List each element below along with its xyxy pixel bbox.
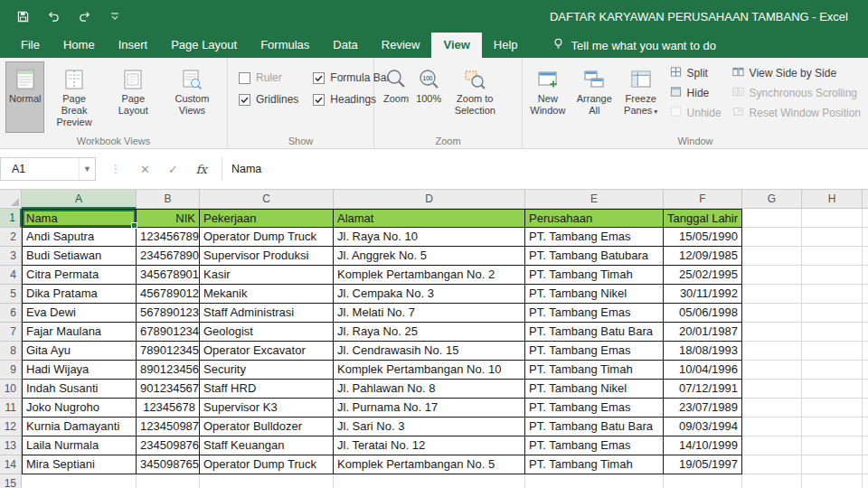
gridlines-checkbox[interactable]: Gridlines	[239, 93, 298, 106]
tab-data[interactable]: Data	[321, 33, 369, 58]
cell-D7[interactable]: Jl. Raya No. 25	[334, 323, 525, 342]
cell-G7[interactable]	[742, 323, 802, 342]
cell-A9[interactable]: Hadi Wijaya	[22, 361, 137, 380]
cell-H10[interactable]	[802, 380, 863, 399]
cell-D4[interactable]: Komplek Pertambangan No. 2	[334, 266, 525, 285]
cell-X8[interactable]	[863, 342, 868, 361]
cell-A13[interactable]: Laila Nurmala	[22, 436, 137, 455]
cell-X6[interactable]	[863, 304, 868, 323]
cell-G9[interactable]	[742, 361, 802, 380]
zoom-100-button[interactable]: 100 100%	[412, 61, 445, 133]
cell-H4[interactable]	[802, 266, 863, 285]
column-header-F[interactable]: F	[664, 190, 742, 209]
cell-F10[interactable]: 07/12/1991	[664, 380, 742, 399]
page-layout-view-button[interactable]: Page Layout	[104, 61, 163, 133]
cell-E10[interactable]: PT. Tambang Nikel	[525, 380, 664, 399]
cell-D14[interactable]: Komplek Pertambangan No. 5	[334, 455, 525, 474]
select-all-corner[interactable]	[0, 190, 22, 209]
column-header-H[interactable]: H	[802, 190, 863, 209]
cell-E4[interactable]: PT. Tambang Timah	[525, 266, 664, 285]
cell-E1[interactable]: Perusahaan	[525, 209, 664, 228]
cell-F12[interactable]: 09/03/1994	[664, 418, 742, 436]
cell-A8[interactable]: Gita Ayu	[22, 342, 137, 361]
cell-X4[interactable]	[863, 266, 868, 285]
row-header-6[interactable]: 6	[0, 304, 22, 323]
cell-H14[interactable]	[802, 455, 863, 474]
cell-G3[interactable]	[742, 247, 802, 266]
tab-home[interactable]: Home	[52, 33, 107, 58]
cell-X9[interactable]	[863, 361, 868, 380]
cell-F8[interactable]: 18/08/1993	[664, 342, 742, 361]
custom-views-button[interactable]: Custom Views	[163, 61, 222, 133]
cell-D3[interactable]: Jl. Anggrek No. 5	[334, 247, 525, 266]
arrange-all-button[interactable]: Arrange All	[573, 61, 616, 133]
cell-A7[interactable]: Fajar Maulana	[22, 323, 137, 342]
hide-button[interactable]: Hide	[666, 85, 725, 101]
cell-E12[interactable]: PT. Tambang Batu Bara	[525, 418, 664, 436]
zoom-button[interactable]: Zoom	[380, 61, 412, 133]
cell-E13[interactable]: PT. Tambang Emas	[525, 436, 664, 455]
cell-X12[interactable]	[863, 418, 868, 436]
cell-E7[interactable]: PT. Tambang Batu Bara	[525, 323, 664, 342]
cell-F15[interactable]	[664, 474, 742, 488]
column-header-G[interactable]: G	[742, 190, 802, 209]
cell-A4[interactable]: Citra Permata	[22, 266, 137, 285]
cell-C11[interactable]: Supervisor K3	[200, 399, 334, 418]
zoom-to-selection-button[interactable]: Zoom to Selection	[445, 61, 505, 133]
cell-X13[interactable]	[863, 436, 868, 455]
normal-view-button[interactable]: Normal	[5, 61, 44, 133]
cell-E8[interactable]: PT. Tambang Emas	[525, 342, 664, 361]
cell-F9[interactable]: 10/04/1996	[664, 361, 742, 380]
row-header-1[interactable]: 1	[0, 209, 22, 228]
reset-window-position-button[interactable]: Reset Window Position	[729, 105, 864, 121]
row-header-2[interactable]: 2	[0, 228, 22, 247]
tab-insert[interactable]: Insert	[107, 33, 160, 58]
cell-A14[interactable]: Mira Septiani	[22, 455, 137, 474]
cancel-entry-icon[interactable]: ✕	[140, 163, 150, 176]
cell-C7[interactable]: Geologist	[200, 323, 334, 342]
page-break-preview-button[interactable]: Page Break Preview	[44, 61, 103, 133]
cell-H8[interactable]	[802, 342, 863, 361]
cell-F5[interactable]: 30/11/1992	[664, 285, 742, 304]
cell-F2[interactable]: 15/05/1990	[664, 228, 742, 247]
customize-qat-icon[interactable]	[107, 8, 123, 24]
unhide-button[interactable]: Unhide	[666, 105, 725, 121]
row-header-12[interactable]: 12	[0, 418, 22, 436]
cell-E14[interactable]: PT. Tambang Timah	[525, 455, 664, 474]
cell-B9[interactable]: 890123456	[137, 361, 200, 380]
redo-icon[interactable]	[76, 8, 92, 24]
cell-B11[interactable]: 12345678	[137, 399, 200, 418]
cell-X14[interactable]	[863, 455, 868, 474]
column-header-E[interactable]: E	[525, 190, 664, 209]
cell-C13[interactable]: Staff Keuangan	[200, 436, 334, 455]
cell-G15[interactable]	[742, 474, 802, 488]
cell-C4[interactable]: Kasir	[200, 266, 334, 285]
cell-D15[interactable]	[334, 474, 525, 488]
freeze-panes-button[interactable]: Freeze Panes▾	[619, 61, 663, 133]
undo-icon[interactable]	[45, 8, 61, 24]
cell-A2[interactable]: Andi Saputra	[22, 228, 137, 247]
cell-A12[interactable]: Kurnia Damayanti	[22, 418, 137, 436]
cell-D5[interactable]: Jl. Cempaka No. 3	[334, 285, 525, 304]
tab-page-layout[interactable]: Page Layout	[159, 33, 249, 58]
cell-C1[interactable]: Pekerjaan	[200, 209, 334, 228]
save-icon[interactable]	[14, 8, 31, 24]
cell-G6[interactable]	[742, 304, 802, 323]
cell-C3[interactable]: Supervisor Produksi	[200, 247, 334, 266]
cell-H15[interactable]	[802, 474, 863, 488]
formula-bar-handle-icon[interactable]: ⋮	[110, 163, 122, 175]
cell-E11[interactable]: PT. Tambang Emas	[525, 399, 664, 418]
column-header-A[interactable]: A	[22, 190, 137, 209]
cell-A15[interactable]	[22, 474, 137, 488]
cell-X1[interactable]	[863, 209, 868, 228]
cell-X10[interactable]	[863, 380, 868, 399]
cell-H5[interactable]	[802, 285, 863, 304]
cell-F14[interactable]: 19/05/1997	[664, 455, 742, 474]
ruler-checkbox[interactable]: Ruler	[239, 71, 298, 84]
cell-D2[interactable]: Jl. Raya No. 10	[334, 228, 525, 247]
cell-E15[interactable]	[525, 474, 664, 488]
cell-H3[interactable]	[802, 247, 863, 266]
cell-B3[interactable]: 234567890	[137, 247, 200, 266]
view-side-by-side-button[interactable]: View Side by Side	[729, 65, 864, 81]
row-header-9[interactable]: 9	[0, 361, 22, 380]
